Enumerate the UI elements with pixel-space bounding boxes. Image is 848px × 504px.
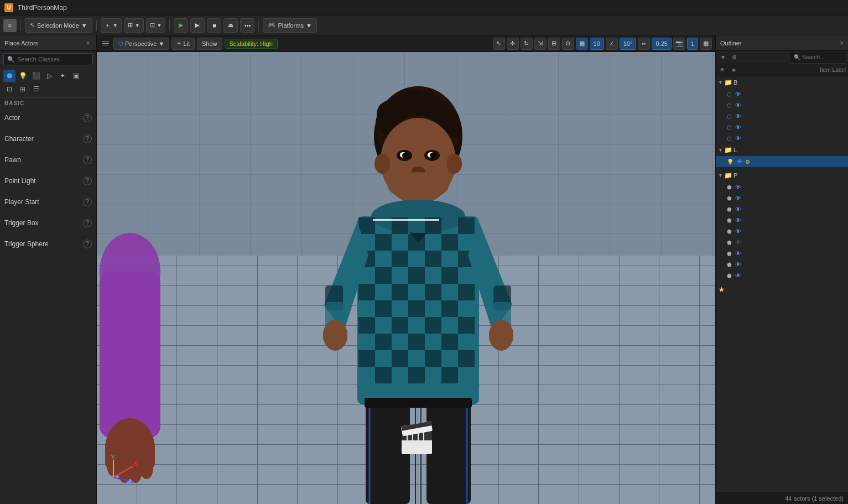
stop-button[interactable]: ■	[207, 18, 221, 33]
outliner-item-p9[interactable]: ⬟ 👁	[716, 270, 848, 281]
outliner-item-l-selected[interactable]: 💡 👁 ⚙	[716, 156, 848, 167]
camera-value[interactable]: 1	[687, 38, 698, 50]
selection-icon: ↖	[30, 22, 35, 29]
all-classes-btn[interactable]: ⊡	[3, 83, 15, 95]
eye-p7[interactable]: 👁	[735, 250, 741, 257]
layout-icon[interactable]: ▦	[700, 38, 712, 50]
transform-button[interactable]: ⊞ ▼	[124, 18, 144, 33]
eye-p9[interactable]: 👁	[735, 272, 741, 279]
outliner-item-b4[interactable]: ⬡ 👁	[716, 122, 848, 133]
actor-item-triggersphere[interactable]: Trigger Sphere ?	[0, 233, 96, 254]
actor-info-actor[interactable]: ?	[83, 113, 92, 122]
scale-tool[interactable]: ⇲	[534, 38, 547, 50]
outliner-folder-l[interactable]: ▼ 📁 L	[716, 144, 848, 156]
actor-info-triggerbox[interactable]: ?	[83, 219, 92, 227]
select-tool[interactable]: ↖	[493, 38, 505, 50]
actor-item-character[interactable]: Character ?	[0, 128, 96, 149]
eye-p4[interactable]: 👁	[735, 217, 741, 224]
viewport-area[interactable]: ⬡ Perspective ▼ ☀ Lit Show Scalability: …	[97, 35, 715, 504]
perspective-button[interactable]: ⬡ Perspective ▼	[113, 38, 169, 50]
outliner-folder-p[interactable]: ▼ 📁 P	[716, 169, 848, 181]
add-button[interactable]: ＋ ▼	[101, 18, 122, 33]
show-button[interactable]: Show	[197, 38, 222, 50]
actor-item-pawn[interactable]: Pawn ?	[0, 149, 96, 170]
eye-p6[interactable]: 👁	[735, 239, 741, 246]
selection-mode-button[interactable]: ↖ Selection Mode ▼	[25, 18, 92, 33]
volumes-category-btn[interactable]: ▣	[70, 70, 82, 82]
eye-b2[interactable]: 👁	[735, 102, 741, 108]
scale-value[interactable]: 0.25	[652, 38, 671, 50]
viewport-3d[interactable]: X Y Z	[97, 52, 715, 504]
outliner-item-p6[interactable]: ⬟ 👁	[716, 237, 848, 248]
outliner-item-p2[interactable]: ⬟ 👁	[716, 193, 848, 204]
outliner-item-p1[interactable]: ⬟ 👁	[716, 181, 848, 193]
grid-value[interactable]: 10	[590, 38, 604, 50]
move-tool[interactable]: ✛	[507, 38, 519, 50]
outliner-item-p8[interactable]: ⬟ 👁	[716, 259, 848, 270]
outliner-item-p5[interactable]: ⬟ 👁	[716, 226, 848, 237]
platforms-button[interactable]: 🎮 Platforms ▼	[263, 18, 316, 33]
actor-info-playerstart[interactable]: ?	[83, 198, 92, 206]
actor-name-pawn: Pawn	[4, 156, 83, 164]
eye-b3[interactable]: 👁	[735, 113, 741, 119]
svg-line-94	[113, 477, 129, 481]
eye-b5[interactable]: 👁	[735, 135, 741, 142]
play-button[interactable]: ▶	[174, 18, 188, 33]
actor-item-triggerbox[interactable]: Trigger Box ?	[0, 212, 96, 233]
outliner-item-b1[interactable]: ⬡ 👁	[716, 89, 848, 100]
outliner-folder-b[interactable]: ▼ 📁 B	[716, 76, 848, 89]
lights-category-btn[interactable]: 💡	[17, 70, 29, 82]
outliner-item-p7[interactable]: ⬟ 👁	[716, 248, 848, 259]
actor-info-pointlight[interactable]: ?	[83, 176, 92, 185]
skip-button[interactable]: ▶|	[190, 18, 205, 33]
camera-icon[interactable]: 📷	[673, 38, 685, 50]
actor-item-pointlight[interactable]: Point Light ?	[0, 170, 96, 191]
actor-info-triggersphere[interactable]: ?	[83, 240, 92, 248]
outliner-item-b5[interactable]: ⬡ 👁	[716, 133, 848, 144]
eye-p3[interactable]: 👁	[735, 206, 741, 212]
eye-l-sel[interactable]: 👁	[737, 158, 743, 165]
eye-p2[interactable]: 👁	[735, 195, 741, 201]
actor-info-character[interactable]: ?	[83, 134, 92, 143]
visual-category-btn[interactable]: ✦	[56, 70, 69, 82]
view-toggle-btn[interactable]: ⊞	[17, 83, 29, 95]
outliner-settings-btn[interactable]: ⚙	[729, 53, 739, 63]
outliner-item-b2[interactable]: ⬡ 👁	[716, 100, 848, 111]
panel-close-button[interactable]: ×	[84, 39, 92, 47]
lit-button[interactable]: ☀ Lit	[171, 38, 195, 50]
outliner-search-input[interactable]	[803, 54, 843, 60]
eject-button[interactable]: ⏏	[223, 18, 238, 33]
world-tool[interactable]: ⊞	[548, 38, 560, 50]
item-icon-b3: ⬡	[727, 113, 732, 119]
angle-value[interactable]: 10°	[620, 38, 637, 50]
eye-b1[interactable]: 👁	[735, 91, 741, 97]
cinematic-category-btn[interactable]: ▷	[43, 70, 55, 82]
rotate-tool[interactable]: ↻	[521, 38, 533, 50]
snap-button[interactable]: ⊡ ▼	[146, 18, 166, 33]
viewport-menu-button[interactable]	[100, 38, 111, 49]
search-classes-input[interactable]	[17, 56, 89, 63]
eye-b4[interactable]: 👁	[735, 124, 741, 131]
actor-item-actor[interactable]: Actor ?	[0, 107, 96, 128]
character-svg	[313, 84, 523, 504]
outliner-item-p3[interactable]: ⬟ 👁	[716, 204, 848, 215]
logo-button[interactable]: ≡	[3, 19, 17, 32]
target-tool[interactable]: ⊙	[562, 38, 574, 50]
grid-tool[interactable]: ▦	[576, 38, 588, 50]
more-button[interactable]: •••	[240, 18, 254, 33]
actor-item-playerstart[interactable]: Player Start ?	[0, 191, 96, 212]
actor-info-pawn[interactable]: ?	[83, 155, 92, 164]
basic-category-btn[interactable]: ⬟	[3, 70, 15, 82]
shapes-category-btn[interactable]: ⬛	[30, 70, 42, 82]
eye-p1[interactable]: 👁	[735, 184, 741, 190]
outliner-filter-btn[interactable]: ▼	[718, 53, 728, 63]
eye-p8[interactable]: 👁	[735, 261, 741, 268]
outliner-close-button[interactable]: ×	[840, 39, 844, 47]
search-classes-box[interactable]: 🔍	[3, 53, 93, 65]
outliner-search-box[interactable]: 🔍	[790, 51, 846, 64]
skip-icon: ▶|	[195, 22, 201, 29]
list-view-btn[interactable]: ☰	[30, 83, 42, 95]
outliner-item-b3[interactable]: ⬡ 👁	[716, 111, 848, 122]
outliner-item-p4[interactable]: ⬟ 👁	[716, 215, 848, 226]
eye-p5[interactable]: 👁	[735, 228, 741, 235]
